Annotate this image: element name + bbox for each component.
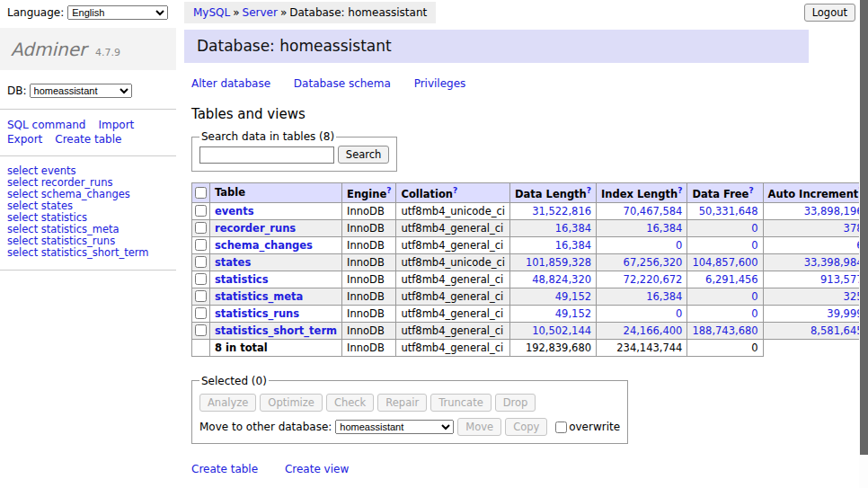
row-checkbox[interactable] [195, 239, 207, 251]
help-link[interactable]: ? [587, 186, 591, 195]
data-length-link[interactable]: 49,152 [555, 290, 591, 303]
index-length-link[interactable]: 67,256,320 [624, 256, 683, 269]
sidebar-action-import[interactable]: Import [98, 119, 134, 131]
privileges-link[interactable]: Privileges [414, 77, 466, 90]
analyze-button[interactable]: Analyze [199, 394, 256, 412]
scrollbar-track[interactable] [859, 0, 868, 488]
data-free-link[interactable]: 0 [751, 239, 757, 252]
help-link[interactable]: ? [748, 186, 753, 195]
table-row: statistics_metaInnoDButf8mb4_general_ci4… [192, 288, 868, 305]
auto-increment-cell: 33,898,196 [763, 202, 868, 219]
auto-increment-link[interactable]: 8,581,645 [810, 324, 864, 337]
data-free-link[interactable]: 50,331,648 [699, 205, 758, 217]
index-length-link[interactable]: 16,384 [646, 290, 682, 303]
logout-button[interactable]: Logout [804, 4, 855, 22]
table-link[interactable]: statistics_short_term [215, 324, 337, 337]
total-empty-cell [192, 339, 210, 356]
sidebar-select-link[interactable]: select statistics_runs [7, 235, 115, 247]
sidebar-action-sql-command[interactable]: SQL command [7, 119, 85, 131]
sidebar-select-link[interactable]: select statistics_short_term [7, 246, 148, 259]
language-select[interactable]: English [67, 5, 168, 20]
move-db-select[interactable]: homeassistant [335, 420, 454, 434]
breadcrumb-server-link[interactable]: Server [243, 6, 278, 19]
truncate-button[interactable]: Truncate [430, 394, 492, 412]
auto-increment-link[interactable]: 33,398,984 [804, 256, 864, 269]
data-length-link[interactable]: 49,152 [555, 307, 591, 320]
breadcrumb-mysql-link[interactable]: MySQL [193, 6, 230, 19]
index-length-link[interactable]: 0 [676, 307, 682, 320]
db-select[interactable]: homeassistant [30, 84, 132, 98]
create-table-link[interactable]: Create table [191, 463, 258, 475]
scrollbar-thumb[interactable] [860, 0, 868, 455]
index-length-link[interactable]: 16,384 [646, 222, 682, 235]
alter-database-link[interactable]: Alter database [191, 77, 270, 90]
row-checkbox[interactable] [195, 205, 207, 217]
row-checkbox[interactable] [195, 290, 207, 302]
data-free-link[interactable]: 6,291,456 [705, 273, 758, 286]
table-link[interactable]: statistics [215, 273, 269, 286]
row-checkbox[interactable] [195, 273, 207, 285]
row-checkbox[interactable] [195, 307, 207, 319]
index-length-cell: 72,220,672 [597, 271, 687, 288]
table-link[interactable]: statistics_runs [215, 307, 299, 320]
auto-increment-link[interactable]: 33,898,196 [804, 205, 864, 217]
data-length-link[interactable]: 48,824,320 [532, 273, 591, 286]
select-all-cell [192, 183, 210, 203]
data-free-link[interactable]: 188,743,680 [692, 324, 757, 337]
tables-table: TableEngine?Collation?Data Length?Index … [191, 182, 868, 357]
auto-increment-link[interactable]: 913,577 [820, 273, 864, 286]
row-checkbox[interactable] [195, 222, 207, 234]
help-link[interactable]: ? [386, 186, 391, 195]
move-button[interactable]: Move [457, 418, 501, 436]
table-header-row: TableEngine?Collation?Data Length?Index … [192, 183, 868, 203]
select-all-checkbox[interactable] [195, 187, 207, 199]
overwrite-label: overwrite [569, 421, 620, 433]
database-schema-link[interactable]: Database schema [294, 77, 391, 90]
sidebar-action-export[interactable]: Export [7, 133, 42, 146]
sidebar-select-link[interactable]: select statistics [7, 211, 87, 224]
index-length-link[interactable]: 0 [676, 239, 682, 252]
drop-button[interactable]: Drop [495, 394, 536, 412]
total-row: 8 in totalInnoDButf8mb4_general_ci192,83… [192, 339, 868, 356]
repair-button[interactable]: Repair [377, 394, 427, 412]
create-view-link[interactable]: Create view [285, 463, 349, 475]
sidebar-select-link[interactable]: select recorder_runs [7, 176, 112, 189]
sidebar-select-link[interactable]: select events [7, 164, 76, 177]
index-length-link[interactable]: 72,220,672 [624, 273, 683, 286]
data-free-link[interactable]: 0 [751, 307, 757, 320]
row-checkbox[interactable] [195, 324, 207, 336]
search-button[interactable]: Search [338, 146, 390, 164]
table-link[interactable]: events [215, 205, 254, 217]
data-free-link[interactable]: 0 [751, 222, 757, 235]
data-length-link[interactable]: 16,384 [555, 222, 591, 235]
total-engine-cell: InnoDB [342, 339, 396, 356]
index-length-link[interactable]: 24,166,400 [624, 324, 683, 337]
auto-increment-link[interactable]: 39,999 [827, 307, 863, 320]
table-link[interactable]: recorder_runs [215, 222, 296, 235]
help-link[interactable]: ? [453, 186, 457, 195]
table-link[interactable]: schema_changes [215, 239, 313, 252]
table-link[interactable]: statistics_meta [215, 290, 303, 303]
sidebar-action-create-table[interactable]: Create table [55, 133, 121, 146]
copy-button[interactable]: Copy [505, 418, 547, 436]
overwrite-checkbox[interactable] [555, 421, 567, 433]
index-length-link[interactable]: 70,467,584 [624, 205, 683, 217]
page-title: Database: homeassistant [184, 30, 809, 63]
sidebar-select-link[interactable]: select statistics_meta [7, 223, 120, 235]
optimize-button[interactable]: Optimize [260, 394, 323, 412]
help-link[interactable]: ? [678, 186, 682, 195]
row-checkbox-cell [192, 236, 210, 253]
auto-increment-cell: 33,398,984 [763, 253, 868, 271]
data-free-link[interactable]: 104,857,600 [692, 256, 757, 269]
data-length-link[interactable]: 10,502,144 [532, 324, 591, 337]
data-free-link[interactable]: 0 [751, 290, 757, 303]
sidebar-select-link[interactable]: select schema_changes [7, 188, 130, 200]
table-link[interactable]: states [215, 256, 251, 269]
check-button[interactable]: Check [326, 394, 374, 412]
data-length-link[interactable]: 31,522,816 [532, 205, 591, 217]
sidebar-select-link[interactable]: select states [7, 200, 73, 212]
data-length-link[interactable]: 16,384 [555, 239, 591, 252]
row-checkbox[interactable] [195, 256, 207, 268]
data-length-link[interactable]: 101,859,328 [526, 256, 591, 269]
search-input[interactable] [199, 146, 334, 164]
